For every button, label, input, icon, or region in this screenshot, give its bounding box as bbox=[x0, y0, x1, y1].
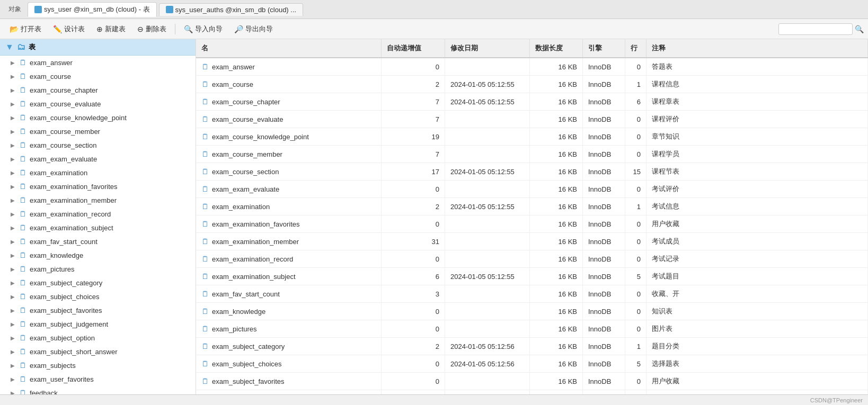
table-row[interactable]: 🗒 exam_examination_favorites 0 16 KB Inn… bbox=[196, 215, 868, 233]
sidebar-item[interactable]: ▶ 🗒 exam_pictures bbox=[0, 262, 196, 276]
sidebar-item-label: exam_exam_evaluate bbox=[30, 155, 97, 163]
sidebar-table-icon: 🗒 bbox=[19, 196, 26, 204]
td-engine: InnoDB bbox=[583, 268, 625, 285]
table-row[interactable]: 🗒 exam_course 2 2024-01-05 05:12:55 16 K… bbox=[196, 76, 868, 93]
td-comment: 知识表 bbox=[646, 303, 868, 320]
sidebar-item[interactable]: ▶ 🗒 exam_course_evaluate bbox=[0, 97, 196, 111]
table-header: 名 自动递增值 修改日期 数据长度 引擎 行 注释 bbox=[196, 39, 868, 58]
row-name-label: exam_examination bbox=[212, 203, 270, 211]
table-row[interactable]: 🗒 exam_knowledge 0 16 KB InnoDB 0 知识表 bbox=[196, 303, 868, 320]
sidebar-item[interactable]: ▶ 🗒 exam_subject_favorites bbox=[0, 303, 196, 317]
sidebar-item[interactable]: ▶ 🗒 exam_examination bbox=[0, 166, 196, 179]
sidebar-item[interactable]: ▶ 🗒 exam_subject_short_answer bbox=[0, 345, 196, 358]
sidebar-table-icon: 🗂 bbox=[17, 42, 25, 52]
td-rows: 0 bbox=[625, 373, 646, 390]
td-name: 🗒 exam_fav_start_count bbox=[196, 285, 382, 302]
sidebar-item[interactable]: ▶ 🗒 exam_course_knowledge_point bbox=[0, 111, 196, 124]
row-name-label: exam_course_chapter bbox=[212, 98, 280, 106]
sidebar-item[interactable]: ▶ 🗒 exam_knowledge bbox=[0, 248, 196, 262]
table-row[interactable]: 🗒 exam_course_evaluate 7 16 KB InnoDB 0 … bbox=[196, 111, 868, 128]
open-table-button[interactable]: 📂 打开表 bbox=[4, 22, 47, 36]
td-engine: InnoDB bbox=[583, 163, 625, 180]
td-data-size: 16 KB bbox=[530, 181, 583, 197]
row-name-label: exam_course_member bbox=[212, 150, 282, 158]
sidebar-item[interactable]: ▶ 🗒 exam_answer bbox=[0, 56, 196, 69]
sidebar-item-label: exam_examination bbox=[30, 169, 87, 177]
table-row[interactable]: 🗒 exam_subject_judgement 0 16 KB InnoDB … bbox=[196, 390, 868, 394]
export-button[interactable]: 🔎 导出向导 bbox=[229, 22, 278, 36]
sidebar-item[interactable]: ▶ 🗒 exam_course bbox=[0, 69, 196, 83]
table-row[interactable]: 🗒 exam_exam_evaluate 0 16 KB InnoDB 0 考试… bbox=[196, 181, 868, 198]
td-modified bbox=[445, 146, 530, 163]
sidebar-item[interactable]: ▶ 🗒 exam_course_section bbox=[0, 138, 196, 152]
td-comment: 收藏、开 bbox=[646, 285, 868, 302]
td-modified bbox=[445, 181, 530, 197]
tab-sys-user-auths[interactable]: sys_user_auths @xin_sm_db (cloud) ... bbox=[159, 3, 304, 16]
sidebar-item[interactable]: ▶ 🗒 feedback bbox=[0, 386, 196, 394]
sidebar-item[interactable]: ▶ 🗒 exam_subject_choices bbox=[0, 290, 196, 303]
row-name-label: exam_subject_category bbox=[212, 343, 285, 350]
table-row[interactable]: 🗒 exam_subject_favorites 0 16 KB InnoDB … bbox=[196, 373, 868, 390]
table-row[interactable]: 🗒 exam_examination 2 2024-01-05 05:12:55… bbox=[196, 198, 868, 215]
table-row[interactable]: 🗒 exam_examination_subject 6 2024-01-05 … bbox=[196, 268, 868, 285]
sidebar-arrow-icon: ▶ bbox=[11, 321, 16, 327]
sidebar-item[interactable]: ▶ 🗒 exam_examination_member bbox=[0, 193, 196, 207]
sidebar-item[interactable]: ▶ 🗒 exam_user_favorites bbox=[0, 372, 196, 386]
sidebar-item[interactable]: ▶ 🗒 exam_fav_start_count bbox=[0, 235, 196, 248]
sidebar-table-icon: 🗒 bbox=[19, 168, 26, 177]
delete-table-button[interactable]: ⊖ 删除表 bbox=[132, 22, 172, 36]
td-engine: InnoDB bbox=[583, 215, 625, 232]
table-row[interactable]: 🗒 exam_examination_member 31 16 KB InnoD… bbox=[196, 233, 868, 250]
table-row[interactable]: 🗒 exam_course_knowledge_point 19 16 KB I… bbox=[196, 128, 868, 146]
table-row[interactable]: 🗒 exam_examination_record 0 16 KB InnoDB… bbox=[196, 250, 868, 268]
row-name-label: exam_fav_start_count bbox=[212, 290, 280, 298]
sidebar-arrow-icon: ▶ bbox=[11, 115, 16, 121]
sidebar-item[interactable]: ▶ 🗒 exam_exam_evaluate bbox=[0, 152, 196, 166]
sidebar-folder-icon: ▼ bbox=[5, 42, 14, 52]
sidebar-table-icon: 🗒 bbox=[19, 223, 26, 232]
content-area: 名 自动递增值 修改日期 数据长度 引擎 行 注释 🗒 exam_answer … bbox=[196, 39, 868, 394]
table-row[interactable]: 🗒 exam_subject_choices 0 2024-01-05 05:1… bbox=[196, 355, 868, 373]
td-data-size: 16 KB bbox=[530, 93, 583, 110]
sidebar-arrow-icon: ▶ bbox=[11, 294, 16, 300]
sidebar-item[interactable]: ▶ 🗒 exam_examination_subject bbox=[0, 221, 196, 235]
sidebar-item[interactable]: ▶ 🗒 exam_subject_category bbox=[0, 276, 196, 290]
sidebar-table-icon: 🗒 bbox=[19, 100, 26, 108]
sidebar-item[interactable]: ▶ 🗒 exam_subjects bbox=[0, 358, 196, 372]
td-rows: 5 bbox=[625, 268, 646, 285]
sidebar-item[interactable]: ▶ 🗒 exam_subject_option bbox=[0, 331, 196, 345]
td-name: 🗒 exam_course_knowledge_point bbox=[196, 128, 382, 145]
new-table-button[interactable]: ⊕ 新建表 bbox=[91, 22, 131, 36]
table-row[interactable]: 🗒 exam_course_section 17 2024-01-05 05:1… bbox=[196, 163, 868, 181]
search-input[interactable] bbox=[778, 23, 853, 35]
td-data-size: 16 KB bbox=[530, 146, 583, 163]
design-table-button[interactable]: ✏️ 设计表 bbox=[48, 22, 90, 36]
table-row[interactable]: 🗒 exam_course_member 7 16 KB InnoDB 0 课程… bbox=[196, 146, 868, 163]
sidebar-arrow-icon: ▶ bbox=[11, 239, 16, 245]
td-auto-inc: 0 bbox=[382, 181, 445, 197]
td-name: 🗒 exam_examination_record bbox=[196, 250, 382, 267]
tab-sys-user[interactable]: sys_user @xin_sm_db (cloud) - 表 bbox=[28, 2, 157, 17]
td-engine: InnoDB bbox=[583, 320, 625, 337]
table-row[interactable]: 🗒 exam_subject_category 2 2024-01-05 05:… bbox=[196, 338, 868, 355]
th-comment: 注释 bbox=[646, 39, 868, 57]
sidebar-item[interactable]: ▶ 🗒 exam_subject_judgement bbox=[0, 317, 196, 331]
import-button[interactable]: 🔍 导入向导 bbox=[179, 22, 228, 36]
td-engine: InnoDB bbox=[583, 198, 625, 215]
sidebar-item[interactable]: ▶ 🗒 exam_course_member bbox=[0, 124, 196, 138]
td-rows: 0 bbox=[625, 285, 646, 302]
sidebar-item[interactable]: ▶ 🗒 exam_course_chapter bbox=[0, 83, 196, 97]
sidebar-arrow-icon: ▶ bbox=[11, 349, 16, 355]
sidebar-item[interactable]: ▶ 🗒 exam_examination_record bbox=[0, 207, 196, 221]
sidebar-arrow-icon: ▶ bbox=[11, 156, 16, 162]
td-name: 🗒 exam_examination bbox=[196, 198, 382, 215]
table-row[interactable]: 🗒 exam_fav_start_count 3 16 KB InnoDB 0 … bbox=[196, 285, 868, 303]
sidebar-item[interactable]: ▶ 🗒 exam_examination_favorites bbox=[0, 179, 196, 193]
table-row[interactable]: 🗒 exam_answer 0 16 KB InnoDB 0 答题表 bbox=[196, 58, 868, 76]
td-modified: 2024-01-05 05:12:55 bbox=[445, 268, 530, 285]
td-rows: 0 bbox=[625, 390, 646, 394]
td-data-size: 16 KB bbox=[530, 338, 583, 355]
table-row[interactable]: 🗒 exam_course_chapter 7 2024-01-05 05:12… bbox=[196, 93, 868, 111]
td-rows: 1 bbox=[625, 198, 646, 215]
table-row[interactable]: 🗒 exam_pictures 0 16 KB InnoDB 0 图片表 bbox=[196, 320, 868, 338]
